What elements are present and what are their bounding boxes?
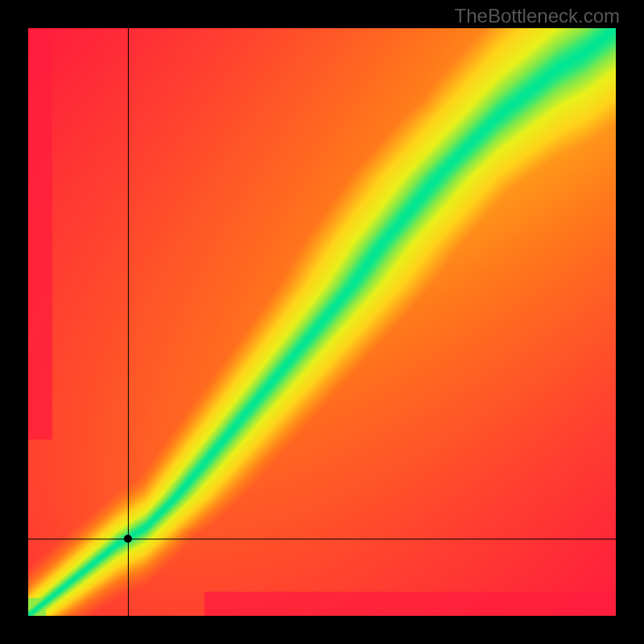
chart-container: TheBottleneck.com: [0, 0, 644, 644]
watermark-text: TheBottleneck.com: [455, 5, 620, 27]
bottleneck-heatmap: [28, 28, 616, 616]
